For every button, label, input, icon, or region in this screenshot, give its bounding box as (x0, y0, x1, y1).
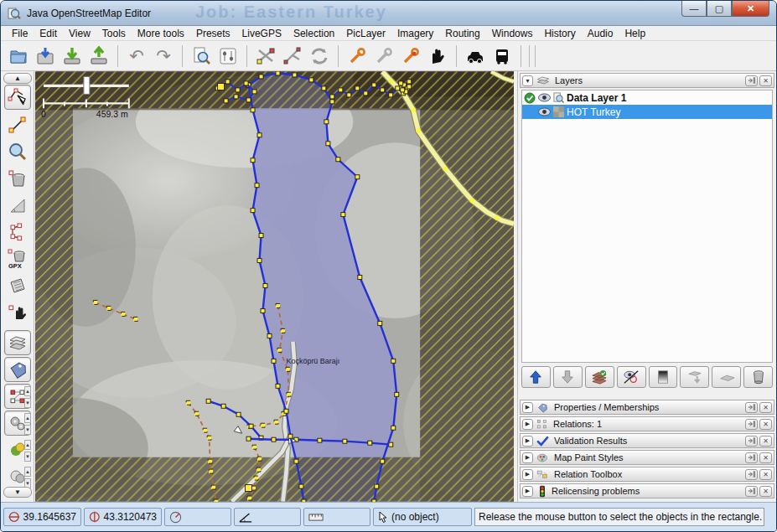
refresh-button[interactable] (307, 44, 332, 68)
save-button[interactable] (33, 44, 58, 68)
menu-imagery[interactable]: Imagery (391, 27, 439, 40)
layer-move-down-button[interactable] (553, 366, 583, 388)
changesets-spinner[interactable]: ▲▼ (24, 467, 31, 488)
delete-tool-button[interactable] (4, 166, 31, 191)
menu-presets[interactable]: Presets (190, 27, 236, 40)
menu-routing[interactable]: Routing (439, 27, 485, 40)
grid-tool-button[interactable] (4, 273, 31, 298)
preferences-button[interactable] (215, 44, 241, 68)
maximize-button[interactable]: ▢ (707, 1, 732, 17)
close-panel-button[interactable]: ✕ (759, 402, 772, 413)
close-panel-button[interactable]: ✕ (759, 486, 772, 497)
close-panel-button[interactable]: ✕ (759, 436, 772, 447)
pan-button[interactable] (425, 44, 450, 68)
menu-more-tools[interactable]: More tools (132, 27, 190, 40)
download-button[interactable] (60, 44, 85, 68)
layers-close-button[interactable]: ✕ (759, 75, 772, 86)
menu-view[interactable]: View (63, 27, 96, 40)
layer-visible-eye-icon[interactable] (538, 107, 551, 116)
expand-button[interactable]: ▶ (522, 419, 533, 430)
menu-piclayer[interactable]: PicLayer (340, 27, 391, 40)
combine-way-button[interactable] (280, 44, 305, 68)
draw-node-tool-button[interactable] (4, 112, 31, 137)
close-panel-button[interactable]: ✕ (759, 469, 772, 480)
layer-merge-button[interactable] (680, 366, 709, 388)
map-canvas[interactable]: Koçköprü Barajı 0 459.3 m (35, 71, 514, 502)
sidebar-scroll-up-button[interactable]: ▲ (3, 73, 32, 84)
layer-delete-button[interactable] (743, 366, 773, 388)
stick-button[interactable] (745, 469, 758, 480)
expand-button[interactable]: ▶ (522, 452, 533, 463)
layers-collapse-button[interactable]: ▼ (522, 75, 533, 86)
panel-properties[interactable]: ▶ Properties / Memberships ✕ (520, 400, 774, 415)
panel-relicensing[interactable]: ▶ Relicensing problems ✕ (520, 483, 774, 498)
close-button[interactable]: ✕ (732, 1, 769, 17)
stick-button[interactable] (745, 402, 758, 413)
gpx-tool-button[interactable]: GPX (4, 246, 31, 271)
title-bar[interactable]: Java OpenStreetMap Editor Job: Eastern T… (1, 1, 776, 26)
layer-move-up-button[interactable] (521, 366, 551, 388)
relations-spinner[interactable]: ▲▼ (24, 386, 31, 408)
panel-relations[interactable]: ▶ Relations: 1 ✕ (520, 416, 774, 431)
map-paint-spinner[interactable]: ▲▼ (24, 413, 31, 435)
map-view[interactable]: Koçköprü Barajı 0 459.3 m (35, 71, 514, 502)
menu-selection[interactable]: Selection (287, 27, 340, 40)
redo-button[interactable]: ↷ (151, 44, 176, 68)
layer-show-hide-button[interactable] (617, 366, 646, 388)
undo-button[interactable]: ↶ (124, 44, 149, 68)
minimize-button[interactable]: — (681, 1, 707, 17)
way-nodes[interactable] (246, 485, 252, 492)
menu-windows[interactable]: Windows (486, 27, 539, 40)
bus-routing-button[interactable] (490, 44, 515, 68)
layer-duplicate-button[interactable] (712, 366, 741, 388)
layer-visible-eye-icon[interactable] (538, 93, 551, 102)
menu-help[interactable]: Help (619, 27, 651, 40)
layer-opacity-button[interactable] (649, 366, 678, 388)
fix-tool-red-button[interactable] (398, 44, 423, 68)
layers-panel-toggle[interactable] (4, 330, 31, 355)
fix-tool-orange-button[interactable] (344, 44, 370, 68)
menu-tools[interactable]: Tools (96, 27, 132, 40)
close-panel-button[interactable]: ✕ (759, 452, 772, 463)
measure-tool-button[interactable] (4, 193, 31, 218)
split-way-button[interactable] (253, 44, 278, 68)
select-tool-button[interactable] (4, 85, 31, 110)
stick-button[interactable] (745, 436, 758, 447)
expand-button[interactable]: ▶ (522, 469, 533, 480)
sidebar-scroll-down-button[interactable]: ▼ (3, 487, 32, 498)
upload-button[interactable] (86, 44, 111, 68)
changeset-panel-toggle[interactable]: ▲▼ (4, 464, 31, 489)
stick-button[interactable] (745, 486, 758, 497)
expand-button[interactable]: ▶ (522, 436, 533, 447)
menu-edit[interactable]: Edit (34, 27, 63, 40)
menu-livegps[interactable]: LiveGPS (236, 27, 287, 40)
improve-way-tool-button[interactable] (4, 300, 31, 325)
unglue-tool-button[interactable] (4, 220, 31, 245)
layer-activate-button[interactable] (585, 366, 614, 388)
menu-history[interactable]: History (538, 27, 581, 40)
stick-button[interactable] (745, 452, 758, 463)
expand-button[interactable]: ▶ (522, 402, 533, 413)
layers-stick-button[interactable] (745, 75, 758, 86)
panel-map-paint-styles[interactable]: ▶ Map Paint Styles ✕ (520, 450, 774, 465)
way-nodes[interactable] (218, 83, 225, 90)
presets-panel-toggle[interactable]: ▲▼ (4, 437, 31, 462)
expand-button[interactable]: ▶ (522, 486, 533, 497)
layer-row-data-layer[interactable]: Data Layer 1 (522, 90, 772, 105)
menu-audio[interactable]: Audio (582, 27, 619, 40)
layer-row-hot-turkey[interactable]: HOT Turkey (522, 105, 772, 119)
close-panel-button[interactable]: ✕ (759, 419, 772, 430)
car-routing-button[interactable] (463, 44, 488, 68)
presets-spinner[interactable]: ▲▼ (24, 440, 31, 462)
zoom-tool-button[interactable] (4, 139, 31, 164)
stick-button[interactable] (745, 419, 758, 430)
panel-validation[interactable]: ▶ Validation Results ✕ (520, 433, 774, 448)
menu-file[interactable]: File (6, 27, 34, 40)
layer-active-check-icon[interactable] (524, 92, 536, 104)
map-paint-panel-toggle[interactable]: ▲▼ (4, 411, 31, 436)
relations-panel-toggle[interactable]: ▲▼ (4, 384, 31, 409)
tags-panel-toggle[interactable] (4, 357, 31, 382)
search-button[interactable] (189, 44, 214, 68)
open-button[interactable] (6, 44, 31, 68)
fix-tool-gray-button[interactable] (371, 44, 396, 68)
